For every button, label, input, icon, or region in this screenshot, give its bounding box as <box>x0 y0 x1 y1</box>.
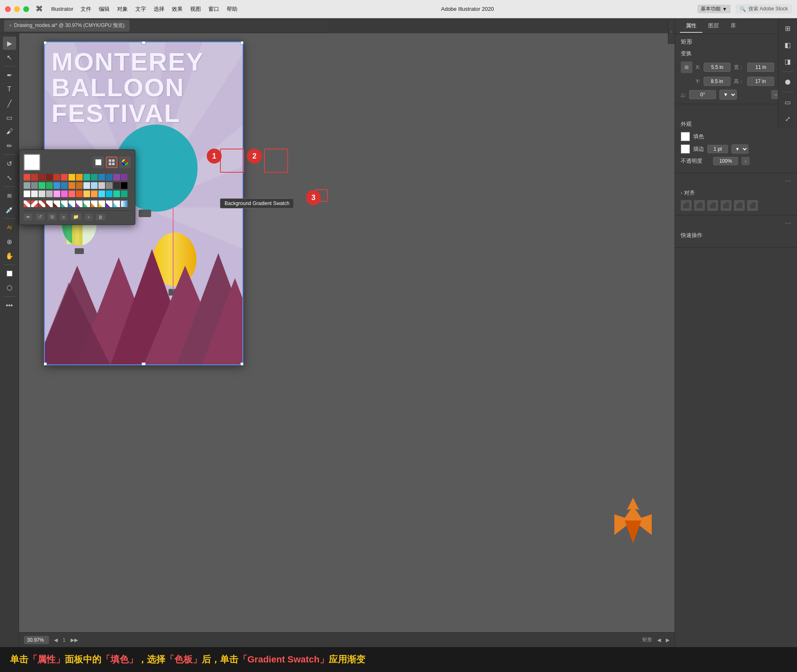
diagonal-swatch-7[interactable] <box>68 200 75 207</box>
tab-layers[interactable]: 图层 <box>702 20 725 33</box>
tab-close-icon[interactable]: × <box>9 23 12 28</box>
align-bottom[interactable]: ⬛ <box>747 200 758 211</box>
diagonal-swatch-4[interactable] <box>46 200 53 207</box>
swatch-cell[interactable] <box>106 174 112 181</box>
swatch-cell[interactable] <box>98 182 105 189</box>
diagonal-swatch-6[interactable] <box>61 200 68 207</box>
swatch-cell[interactable] <box>46 174 53 181</box>
page-nav-next[interactable]: ▶▶ <box>71 637 78 643</box>
fill-stroke[interactable] <box>3 267 16 280</box>
menu-edit[interactable]: 编辑 <box>99 5 110 13</box>
menu-help[interactable]: 帮助 <box>227 5 237 13</box>
swatch-library-btn[interactable]: ⬌ <box>24 213 32 220</box>
minimize-button[interactable] <box>14 6 20 12</box>
swatch-grid-view[interactable]: ⊞ <box>48 213 56 220</box>
stroke-swatch[interactable] <box>681 144 690 154</box>
angle-select[interactable]: ▼ <box>719 90 737 100</box>
swatch-cell[interactable] <box>61 182 68 189</box>
solid-color-icon[interactable] <box>93 156 104 168</box>
swatch-cell[interactable] <box>24 182 30 189</box>
illustrator-logo[interactable]: Ai <box>3 221 16 234</box>
y-input[interactable] <box>704 77 731 86</box>
swatch-cell[interactable] <box>98 174 105 181</box>
panel-expand[interactable]: › <box>668 19 675 44</box>
pencil-tool[interactable]: ✏ <box>3 139 16 152</box>
swatch-cell[interactable] <box>31 191 38 197</box>
type-tool[interactable]: T <box>3 83 16 96</box>
menu-window[interactable]: 窗口 <box>208 5 219 13</box>
swatch-cell[interactable] <box>83 174 90 181</box>
swatch-cell[interactable] <box>24 174 30 181</box>
close-button[interactable] <box>5 6 11 12</box>
swatch-cell[interactable] <box>31 182 38 189</box>
direct-selection-tool[interactable]: ↖ <box>3 51 16 64</box>
status-nav-left[interactable]: ◀ <box>657 637 661 643</box>
diagonal-swatch-13[interactable] <box>113 200 120 207</box>
appearance-more[interactable]: ... <box>675 173 797 185</box>
align-left[interactable]: ⬛ <box>681 200 692 211</box>
panel-icon-3[interactable]: ◨ <box>781 55 795 68</box>
swatch-cell[interactable] <box>61 174 68 181</box>
fill-swatch[interactable] <box>681 132 690 141</box>
diagonal-swatch-8[interactable] <box>76 200 83 207</box>
zoom-tool[interactable]: ⊕ <box>3 235 16 248</box>
diagonal-swatch-3[interactable] <box>39 200 45 207</box>
menu-effect[interactable]: 效果 <box>172 5 183 13</box>
swatch-cell[interactable] <box>46 191 53 197</box>
panel-icon-1[interactable]: ⊞ <box>781 22 795 35</box>
menu-illustrator[interactable]: Illustrator <box>51 6 73 12</box>
swatch-grid-icon[interactable] <box>106 156 117 168</box>
stroke-unit-select[interactable]: ▼ <box>731 144 748 154</box>
opacity-input[interactable] <box>713 157 738 165</box>
swatch-cell[interactable] <box>68 174 75 181</box>
menu-file[interactable]: 文件 <box>81 5 91 13</box>
swatch-new[interactable]: + <box>85 214 92 220</box>
more-tools[interactable]: ••• <box>3 299 16 312</box>
maximize-button[interactable] <box>23 6 29 12</box>
zoom-input[interactable] <box>24 636 49 644</box>
color-wheel-icon[interactable] <box>119 156 131 168</box>
swatch-cell[interactable] <box>91 182 98 189</box>
line-tool[interactable]: ╱ <box>3 97 16 110</box>
current-swatch[interactable] <box>24 154 40 171</box>
swatch-cell[interactable] <box>121 191 127 197</box>
align-expand[interactable]: › <box>681 190 682 196</box>
status-nav-right[interactable]: ▶ <box>666 637 670 643</box>
swatch-cell[interactable] <box>113 191 120 197</box>
scale-tool[interactable]: ⤡ <box>3 171 16 184</box>
swatch-cell[interactable] <box>113 182 120 189</box>
swatch-cell[interactable] <box>61 191 68 197</box>
x-input[interactable] <box>704 63 731 72</box>
swatch-cell[interactable] <box>113 174 120 181</box>
diagonal-swatch-10[interactable] <box>91 200 98 207</box>
panel-icon-2[interactable]: ◧ <box>781 38 795 51</box>
diagonal-swatch-1[interactable] <box>24 200 30 207</box>
menu-view[interactable]: 视图 <box>190 5 201 13</box>
swatch-cell[interactable] <box>54 191 60 197</box>
warp-tool[interactable]: ≋ <box>3 189 16 202</box>
swatch-cell[interactable] <box>91 191 98 197</box>
swatch-new-group[interactable]: 📁 <box>71 213 81 220</box>
document-tab[interactable]: × Drawing_modes.ai* @ 30.97% (CMYK/GPU 预… <box>4 20 130 32</box>
swatch-cell[interactable] <box>83 191 90 197</box>
swatch-cell[interactable] <box>98 191 105 197</box>
diagonal-swatch-9[interactable] <box>83 200 90 207</box>
swatch-cell[interactable] <box>54 182 60 189</box>
swatch-cell[interactable] <box>31 174 38 181</box>
h-input[interactable] <box>747 77 774 86</box>
swatch-cell[interactable] <box>54 174 60 181</box>
diagonal-swatch-5[interactable] <box>54 200 60 207</box>
swatch-cell[interactable] <box>39 191 45 197</box>
swatch-cell[interactable] <box>76 174 83 181</box>
diagonal-swatch-11[interactable] <box>98 200 105 207</box>
drawing-mode[interactable]: ⬡ <box>3 281 16 294</box>
align-right[interactable]: ⬛ <box>707 200 718 211</box>
swatch-cell[interactable] <box>106 182 112 189</box>
menu-type[interactable]: 文字 <box>135 5 146 13</box>
menu-select[interactable]: 选择 <box>154 5 164 13</box>
stroke-width-input[interactable] <box>707 145 728 153</box>
diagonal-swatch-12[interactable] <box>106 200 112 207</box>
swatch-cell[interactable] <box>68 182 75 189</box>
hand-tool[interactable]: ✋ <box>3 249 16 262</box>
align-center-v[interactable]: ⬛ <box>734 200 745 211</box>
